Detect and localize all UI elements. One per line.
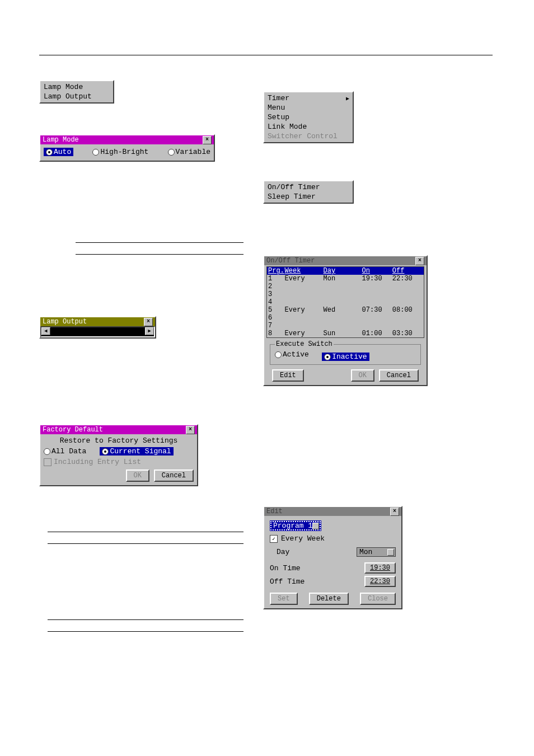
close-icon[interactable]: × — [203, 136, 212, 144]
label: Every Week — [281, 534, 325, 543]
menu-item-switcher-control: Switcher Control — [266, 132, 350, 141]
lamp-settings-panel: Lamp Mode Lamp Output — [39, 80, 114, 104]
label: Link Mode — [268, 123, 307, 131]
label: On/Off Timer — [268, 183, 320, 191]
menu-item-lamp-output[interactable]: Lamp Output — [43, 92, 111, 101]
table-row[interactable]: 2 — [268, 283, 423, 290]
close-button[interactable]: Close — [360, 593, 396, 605]
subtitle: Restore to Factory Settings — [44, 435, 194, 446]
titlebar: Lamp Output × — [40, 317, 155, 326]
menu-item-lamp-mode[interactable]: Lamp Mode — [43, 82, 111, 92]
table-row[interactable]: 3 — [268, 290, 423, 298]
label: Lamp Mode — [44, 83, 83, 91]
lamp-output-dialog: Lamp Output × ◄ ► — [39, 316, 156, 339]
dialog-title: Factory Default — [43, 425, 103, 434]
menu-item-on-off-timer[interactable]: On/Off Timer — [266, 182, 350, 192]
checkbox-include-entry-list — [44, 458, 51, 466]
titlebar: Lamp Mode × — [40, 135, 214, 144]
dialog-title: Lamp Mode — [43, 135, 79, 144]
submenu-arrow-icon: ▶ — [346, 95, 349, 102]
legend: Execute Switch — [275, 340, 334, 348]
label: Day — [270, 548, 289, 556]
dialog-title: On/Off Timer — [266, 256, 315, 265]
on-time-field[interactable]: 19:30 — [370, 564, 390, 572]
titlebar: Factory Default × — [40, 425, 197, 434]
label: Menu — [268, 104, 285, 112]
close-icon[interactable]: × — [415, 257, 424, 265]
checkbox-every-week[interactable]: ✓ — [270, 535, 278, 543]
menu-item-timer[interactable]: Timer▶ — [266, 93, 350, 103]
set-button[interactable]: Set — [270, 593, 298, 605]
radio-all-data[interactable]: All Data — [44, 447, 86, 456]
table-row[interactable]: 4 — [268, 298, 423, 306]
projector-options-menu: Timer▶ Menu Setup Link Mode Switcher Con… — [263, 91, 354, 143]
close-icon[interactable]: × — [186, 426, 195, 434]
radio-dot-icon — [168, 149, 175, 156]
execute-switch-group: Execute Switch Active Inactive — [270, 340, 421, 365]
day-select[interactable]: Mon — [357, 547, 396, 557]
table-row[interactable]: 5EveryWed07:3008:00 — [268, 306, 423, 314]
dialog-title: Edit — [266, 507, 283, 516]
radio-dot-icon — [44, 448, 50, 455]
off-time-field[interactable]: 22:30 — [370, 577, 390, 585]
radio-high-bright[interactable]: High-Bright — [92, 148, 148, 156]
edit-button[interactable]: Edit — [272, 369, 304, 382]
ok-button[interactable]: OK — [126, 469, 149, 482]
lamp-mode-dialog: Lamp Mode × Auto High-Bright Variable — [39, 134, 215, 162]
titlebar: On/Off Timer × — [264, 256, 427, 265]
label: Setup — [268, 113, 289, 121]
table-header: Prg. Week Day On Off — [267, 267, 424, 275]
lamp-output-slider[interactable]: ◄ ► — [40, 326, 155, 337]
radio-current-signal[interactable]: Current Signal — [100, 447, 173, 456]
titlebar: Edit × — [264, 507, 401, 516]
timer-table: 1EveryMon19:3022:30 2 3 4 5EveryWed07:30… — [267, 275, 424, 337]
close-icon[interactable]: × — [144, 318, 153, 326]
radio-dot-icon — [92, 149, 99, 156]
radio-dot-icon — [102, 448, 109, 455]
delete-button[interactable]: Delete — [309, 593, 349, 605]
program-select[interactable]: Program 1 — [270, 520, 321, 531]
table-row[interactable]: 7 — [268, 322, 423, 330]
close-icon[interactable]: × — [390, 508, 399, 516]
radio-active[interactable]: Active — [275, 350, 309, 359]
cancel-button[interactable]: Cancel — [379, 369, 419, 382]
dialog-title: Lamp Output — [43, 317, 87, 326]
slider-right-icon[interactable]: ► — [145, 327, 154, 335]
label: Lamp Output — [44, 92, 92, 101]
edit-dialog: Edit × Program 1 ✓ Every Week Day Mon On… — [263, 506, 402, 609]
on-off-timer-dialog: On/Off Timer × Prg. Week Day On Off 1Eve… — [263, 255, 428, 386]
radio-inactive[interactable]: Inactive — [322, 353, 369, 361]
table-row[interactable]: 8EverySun01:0003:30 — [268, 330, 423, 337]
ok-button[interactable]: OK — [351, 369, 374, 382]
label: Switcher Control — [268, 132, 338, 140]
radio-auto[interactable]: Auto — [44, 148, 73, 156]
label: Sleep Timer — [268, 192, 316, 201]
radio-dot-icon — [46, 149, 53, 156]
table-row[interactable]: 6 — [268, 314, 423, 322]
radio-dot-icon — [275, 351, 282, 358]
menu-item-menu[interactable]: Menu — [266, 103, 350, 112]
cancel-button[interactable]: Cancel — [154, 469, 194, 482]
label: Timer — [268, 94, 289, 102]
table-row[interactable]: 1EveryMon19:3022:30 — [268, 275, 423, 283]
menu-item-sleep-timer[interactable]: Sleep Timer — [266, 192, 350, 201]
radio-variable[interactable]: Variable — [168, 148, 210, 156]
factory-default-dialog: Factory Default × Restore to Factory Set… — [39, 424, 198, 486]
timer-submenu: On/Off Timer Sleep Timer — [263, 180, 354, 204]
label: Including Entry List — [54, 458, 141, 466]
radio-dot-icon — [324, 354, 331, 360]
label: Off Time — [270, 577, 305, 586]
menu-item-link-mode[interactable]: Link Mode — [266, 122, 350, 132]
slider-left-icon[interactable]: ◄ — [41, 327, 50, 335]
menu-item-setup[interactable]: Setup — [266, 112, 350, 122]
label: On Time — [270, 564, 301, 572]
